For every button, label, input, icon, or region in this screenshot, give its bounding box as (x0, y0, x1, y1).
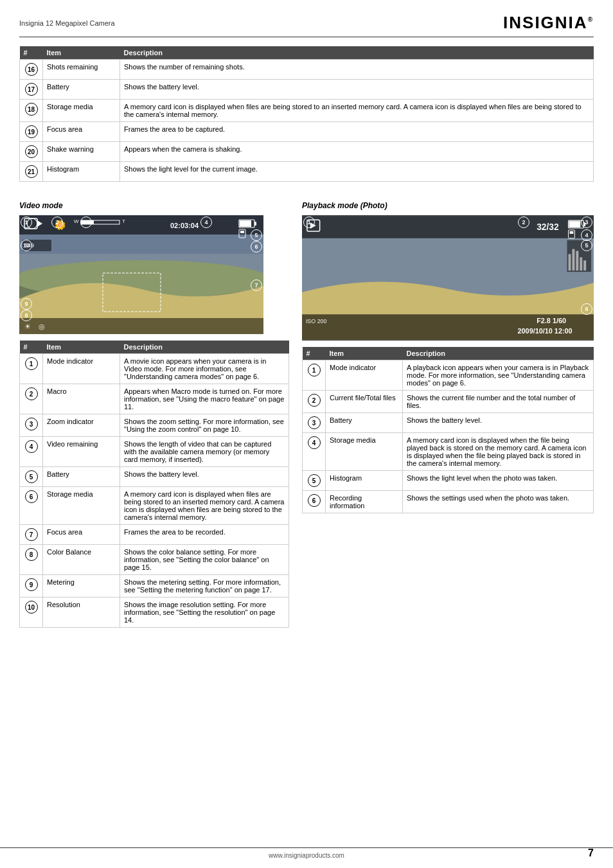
right-column: Playback mode (Photo) 32/32 (302, 192, 594, 628)
table-row: 18 Storage media A memory card icon is d… (20, 100, 594, 122)
row-item: Resolution (43, 598, 120, 628)
row-item: Battery (326, 413, 403, 433)
table-row: 3 Zoom indicator Shows the zoom setting.… (20, 414, 289, 437)
row-desc: A memory card icon is displayed when the… (403, 433, 594, 471)
row-desc: Appears when Macro mode is turned on. Fo… (120, 384, 289, 414)
badge-5: 5 (251, 229, 262, 241)
circle-number: 16 (25, 63, 38, 76)
page: Insignia 12 Megapixel Camera INSIGNIA® #… (0, 0, 613, 868)
row-item: Color Balance (43, 545, 120, 575)
circle-number: 8 (25, 548, 38, 561)
table-row: 7 Focus area Frames the area to be recor… (20, 525, 289, 545)
pb-badge-6: 6 (581, 303, 592, 315)
row-item: Shake warning (43, 142, 120, 162)
row-desc: Frames the area to be recorded. (120, 525, 289, 545)
two-col-layout: Video mode (19, 192, 594, 628)
circle-number: 5 (308, 474, 321, 487)
row-item: Mode indicator (43, 354, 120, 384)
pb-badge-3: 3 (581, 217, 592, 228)
row-num: 6 (20, 487, 43, 525)
row-num: 16 (20, 60, 43, 80)
svg-rect-37 (572, 249, 574, 271)
table-row: 4 Video remaining Shows the length of vi… (20, 437, 289, 467)
row-desc: A memory card icon is displayed when fil… (120, 100, 594, 122)
row-num: 5 (303, 471, 326, 491)
row-desc: Shows the battery level. (120, 80, 594, 100)
playback-mode-table: # Item Description 1 Mode indicator A pl… (302, 347, 594, 513)
row-num: 2 (20, 384, 43, 414)
row-item: Recording information (326, 491, 403, 513)
circle-number: 3 (25, 418, 38, 430)
row-num: 9 (20, 575, 43, 598)
row-item: Focus area (43, 525, 120, 545)
circle-number: 6 (308, 494, 321, 507)
row-desc: Appears when the camera is shaking. (120, 142, 594, 162)
table-row: 19 Focus area Frames the area to be capt… (20, 122, 594, 142)
row-desc: Shows the metering setting. For more inf… (120, 575, 289, 598)
row-num: 7 (20, 525, 43, 545)
svg-text:2009/10/10 12:00: 2009/10/10 12:00 (518, 327, 573, 335)
row-desc: Shows the light level when the photo was… (403, 471, 594, 491)
row-item: Current file/Total files (326, 391, 403, 413)
row-num: 6 (303, 491, 326, 513)
row-item: Histogram (326, 471, 403, 491)
row-item: Storage media (326, 433, 403, 471)
vcol-item: Item (43, 341, 120, 354)
row-num: 5 (20, 467, 43, 487)
row-num: 1 (303, 360, 326, 391)
badge-9: 9 (21, 298, 32, 310)
page-number: 7 (588, 847, 594, 859)
table-row: 17 Battery Shows the battery level. (20, 80, 594, 100)
row-item: Focus area (43, 122, 120, 142)
playback-mode-heading: Playback mode (Photo) (302, 201, 594, 210)
row-desc: Shows the zoom setting. For more informa… (120, 414, 289, 437)
svg-text:◎: ◎ (39, 323, 45, 330)
top-table-section: # Item Description 16 Shots remaining Sh… (19, 46, 594, 182)
badge-8: 8 (21, 310, 32, 321)
circle-number: 1 (25, 357, 38, 370)
svg-text:02:03:04: 02:03:04 (170, 222, 199, 229)
col-item: Item (43, 46, 120, 60)
row-num: 4 (303, 433, 326, 471)
badge-6: 6 (251, 241, 262, 252)
row-num: 10 (20, 598, 43, 628)
svg-text:T: T (122, 218, 125, 224)
circle-number: 18 (25, 103, 38, 116)
row-num: 20 (20, 142, 43, 162)
badge-1: 1 (21, 217, 32, 228)
table-row: 9 Metering Shows the metering setting. F… (20, 575, 289, 598)
svg-text:32/32: 32/32 (537, 222, 559, 232)
svg-rect-36 (569, 254, 571, 270)
table-row: 1 Mode indicator A playback icon appears… (303, 360, 594, 391)
circle-number: 10 (25, 601, 38, 614)
top-items-table: # Item Description 16 Shots remaining Sh… (19, 46, 594, 182)
row-desc: A memory card icon is displayed when fil… (120, 487, 289, 525)
circle-number: 1 (308, 364, 321, 376)
svg-rect-14 (254, 222, 256, 226)
svg-rect-17 (240, 231, 244, 233)
pb-badge-1: 1 (303, 217, 315, 228)
row-num: 21 (20, 162, 43, 182)
row-desc: Shows the light level for the current im… (120, 162, 594, 182)
row-desc: A movie icon appears when your camera is… (120, 354, 289, 384)
row-desc: Shows the battery level. (403, 413, 594, 433)
row-item: Shots remaining (43, 60, 120, 80)
row-num: 2 (303, 391, 326, 413)
row-item: Mode indicator (326, 360, 403, 391)
col-description: Description (120, 46, 594, 60)
svg-text:F2.8  1/60: F2.8 1/60 (537, 317, 566, 324)
pb-badge-5: 5 (581, 240, 592, 251)
table-row: 2 Current file/Total files Shows the cur… (303, 391, 594, 413)
svg-rect-38 (576, 251, 578, 271)
table-row: 8 Color Balance Shows the color balance … (20, 545, 289, 575)
circle-number: 3 (308, 416, 321, 429)
logo: INSIGNIA® (503, 13, 594, 33)
row-desc: Shows the battery level. (120, 467, 289, 487)
row-desc: Shows the current file number and the to… (403, 391, 594, 413)
svg-rect-21 (19, 318, 263, 334)
table-row: 4 Storage media A memory card icon is di… (303, 433, 594, 471)
vcol-description: Description (120, 341, 289, 354)
table-row: 6 Recording information Shows the settin… (303, 491, 594, 513)
circle-number: 2 (308, 394, 321, 407)
circle-number: 4 (308, 436, 321, 449)
